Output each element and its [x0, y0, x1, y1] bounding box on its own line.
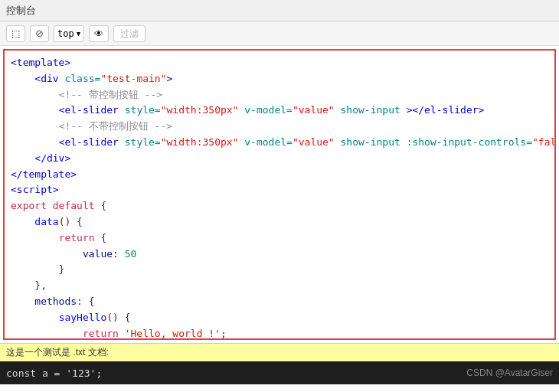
title-bar-text: 控制台: [6, 4, 36, 18]
filter-input[interactable]: 过滤: [113, 25, 145, 42]
inspect-button[interactable]: ⬚: [6, 25, 25, 42]
eye-button[interactable]: 👁: [89, 25, 109, 42]
toolbar: ⬚ ⊘ top ▼ 👁 过滤: [0, 21, 559, 46]
status-bar: 这是一个测试是 .txt 文档:: [0, 343, 559, 361]
status-text: 这是一个测试是 .txt 文档:: [6, 346, 109, 359]
eye-icon: 👁: [94, 28, 103, 39]
title-bar: 控制台: [0, 0, 559, 21]
cancel-icon: ⊘: [35, 28, 44, 39]
console-input-area[interactable]: const a = '123'; CSDN @AvatarGiser: [0, 361, 559, 384]
code-area: <template> <div class="test-main"> <!-- …: [3, 49, 556, 340]
console-input-text: const a = '123';: [6, 368, 102, 379]
context-dropdown[interactable]: top ▼: [54, 25, 84, 42]
code-content: <template> <div class="test-main"> <!-- …: [5, 51, 554, 340]
inspect-icon: ⬚: [11, 28, 20, 39]
cancel-button[interactable]: ⊘: [30, 25, 49, 42]
context-label: top: [57, 28, 74, 39]
brand-text: CSDN @AvatarGiser: [466, 368, 553, 378]
chevron-down-icon: ▼: [77, 30, 80, 38]
